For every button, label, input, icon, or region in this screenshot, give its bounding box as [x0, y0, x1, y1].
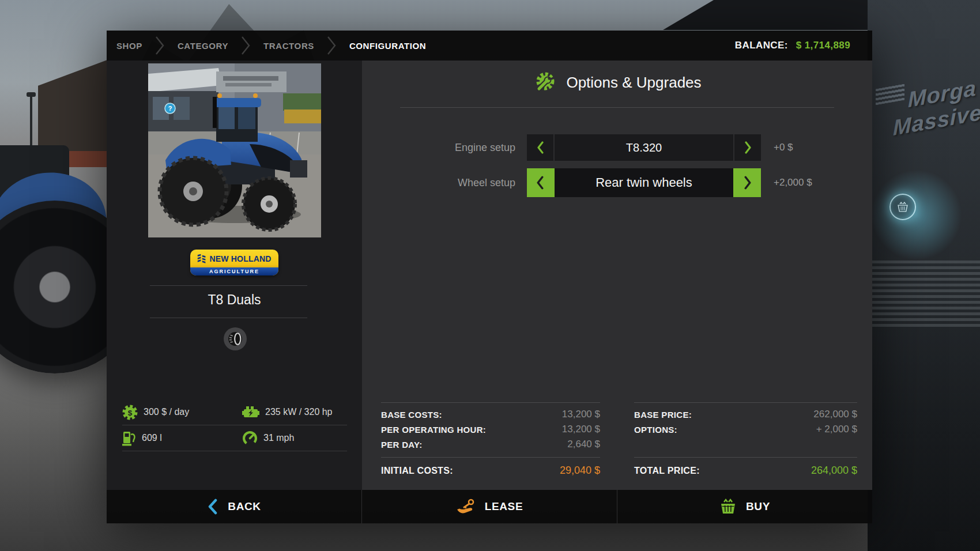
brand-subtitle: AGRICULTURE [190, 267, 278, 276]
panel-body: ? [107, 61, 872, 490]
action-bar: BACK LEASE [107, 490, 872, 523]
divider [400, 107, 834, 108]
stat-power-value: 235 kW / 320 hp [265, 407, 333, 417]
divider [150, 285, 307, 286]
engine-setup-value[interactable]: T8.320 [555, 134, 733, 161]
engine-setup-price: +0 $ [774, 142, 793, 153]
brand-name: NEW HOLLAND [209, 254, 271, 263]
tractor-photo: ? [148, 63, 321, 237]
wheel-setup-prev-button[interactable] [527, 168, 555, 197]
vehicle-info-column: ? [107, 61, 362, 490]
help-marker-label: ? [168, 105, 172, 112]
stat-power: 235 kW / 320 hp [242, 399, 347, 425]
total-price-row: TOTAL PRICE: 264,000 $ [634, 457, 857, 477]
options-header: Options & Upgrades [362, 71, 872, 94]
divider [150, 318, 307, 318]
purchase-price-block: BASE PRICE: 262,000 $ OPTIONS: + 2,000 $… [634, 402, 857, 477]
total-price-value: 264,000 $ [811, 465, 857, 477]
shop-configuration-panel: SHOP CATEGORY TRACTORS CONFIGURATION BAL… [107, 31, 872, 523]
per-operating-hour-label: PER OPERATING HOUR: [381, 425, 486, 435]
base-costs-label: BASE COSTS: [381, 410, 442, 420]
lease-hand-key-icon [456, 498, 476, 515]
base-price-value: 262,000 $ [813, 409, 857, 420]
breadcrumb-chevron-icon [155, 36, 165, 55]
base-price-label: BASE PRICE: [634, 410, 692, 420]
back-chevron-icon [207, 499, 218, 515]
buy-button-label: BUY [746, 500, 770, 513]
vehicle-image: ? [148, 63, 321, 237]
shop-basket-marker-icon [889, 194, 916, 220]
config-row-wheel-setup: Wheel setup Rear twin wheels +2,000 $ [362, 168, 872, 197]
total-price-label: TOTAL PRICE: [634, 466, 700, 476]
wheel-setup-value[interactable]: Rear twin wheels [555, 168, 733, 197]
stat-fuel: 609 l [122, 425, 242, 451]
shop-window-blinds [868, 261, 980, 327]
balance: BALANCE: $ 1,714,889 [735, 40, 850, 51]
fuel-capacity-icon [122, 430, 136, 446]
base-costs-value: 13,200 $ [562, 409, 600, 420]
maintenance-cost-icon: $ [122, 405, 138, 420]
chevron-left-icon [537, 141, 544, 154]
back-button-label: BACK [228, 500, 261, 513]
balance-value: $ 1,714,889 [796, 40, 850, 51]
brand-logo-main: NEW HOLLAND [190, 250, 278, 267]
breadcrumb-shop[interactable]: SHOP [116, 41, 142, 51]
shop-building: MorgaMassive [868, 0, 980, 551]
stat-maintenance-value: 300 $ / day [144, 407, 189, 417]
breadcrumb-chevron-icon [241, 36, 251, 55]
chevron-right-icon [744, 176, 752, 190]
engine-setup-prev-button[interactable] [527, 134, 555, 161]
breadcrumb-configuration: CONFIGURATION [349, 41, 426, 51]
running-costs-block: BASE COSTS: 13,200 $ PER OPERATING HOUR:… [381, 402, 600, 477]
breadcrumb-tractors[interactable]: TRACTORS [263, 41, 314, 51]
cost-row-base-costs: BASE COSTS: 13,200 $ [381, 407, 600, 422]
background-roof [663, 0, 894, 30]
tire-glyph-icon [225, 329, 245, 349]
back-button[interactable]: BACK [107, 490, 361, 523]
stat-maintenance: $ 300 $ / day [122, 399, 242, 425]
stat-fuel-value: 609 l [142, 433, 162, 443]
shop-sign-text: MorgaMassive [908, 74, 980, 138]
initial-costs-label: INITIAL COSTS: [381, 466, 453, 476]
lease-button[interactable]: LEASE [361, 490, 617, 523]
initial-costs-value: 29,040 $ [560, 465, 600, 477]
engine-setup-next-button[interactable] [733, 134, 761, 161]
options-price-value: + 2,000 $ [816, 424, 857, 435]
screen: MorgaMassive SHOP CATEGORY [0, 0, 980, 551]
breadcrumb: SHOP CATEGORY TRACTORS CONFIGURATION [116, 36, 426, 55]
per-operating-hour-value: 13,200 $ [562, 424, 600, 435]
stat-speed: 31 mph [242, 425, 347, 451]
shop-sign-stripes [876, 84, 904, 105]
options-gear-wrench-icon [533, 71, 556, 94]
per-day-label: PER DAY: [381, 440, 423, 450]
cost-row-per-operating-hour: PER OPERATING HOUR: 13,200 $ [381, 422, 600, 437]
vehicle-stats: $ 300 $ / day 235 kW / 32 [122, 399, 347, 451]
breadcrumb-chevron-icon [327, 36, 337, 55]
engine-setup-selector: T8.320 [527, 134, 761, 161]
svg-text:$: $ [128, 408, 133, 417]
initial-costs-row: INITIAL COSTS: 29,040 $ [381, 457, 600, 477]
options-column: Options & Upgrades Engine setup T8.320 [362, 61, 872, 490]
chevron-right-icon [744, 141, 752, 154]
buy-basket-icon [719, 499, 737, 515]
wheel-setup-price: +2,000 $ [774, 177, 812, 188]
vehicle-name: T8 Duals [107, 292, 362, 308]
chevron-left-icon [536, 176, 544, 190]
basket-glyph-icon [896, 201, 909, 213]
engine-setup-label: Engine setup [362, 142, 527, 154]
shop-marker-glow [868, 166, 966, 264]
cost-row-base-price: BASE PRICE: 262,000 $ [634, 407, 857, 422]
cost-row-options: OPTIONS: + 2,000 $ [634, 422, 857, 437]
options-title: Options & Upgrades [566, 74, 701, 92]
options-price-label: OPTIONS: [634, 425, 677, 435]
lease-button-label: LEASE [485, 500, 523, 513]
breadcrumb-bar: SHOP CATEGORY TRACTORS CONFIGURATION BAL… [107, 31, 872, 61]
brand-leaf-icon [197, 254, 206, 263]
breadcrumb-category[interactable]: CATEGORY [178, 41, 228, 51]
stat-speed-value: 31 mph [263, 433, 294, 443]
buy-button[interactable]: BUY [617, 490, 872, 523]
cost-row-per-day: PER DAY: 2,640 $ [381, 437, 600, 452]
brand-logo: NEW HOLLAND AGRICULTURE [190, 250, 278, 276]
max-speed-icon [242, 431, 258, 446]
wheel-setup-next-button[interactable] [733, 168, 761, 197]
